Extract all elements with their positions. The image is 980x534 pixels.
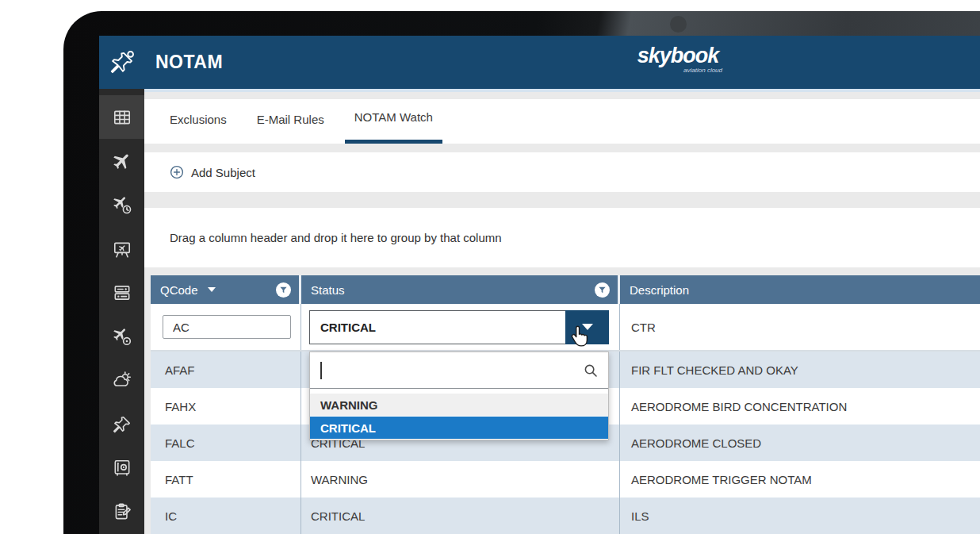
- app-header: NOTAM skybook aviation cloud: [99, 36, 980, 89]
- main-content: Exclusions E-Mail Rules NOTAM Watch Add …: [144, 89, 980, 534]
- dropdown-option-list: WARNING CRITICAL: [310, 394, 608, 439]
- logo-text: skybook: [622, 45, 733, 67]
- sort-desc-icon: [208, 287, 216, 292]
- sidebar-item-flights[interactable]: [99, 139, 144, 182]
- webcam-dot: [670, 16, 687, 33]
- grid-edit-row: CRITICAL CTR: [151, 304, 980, 352]
- qcode-cell: FAHX: [151, 388, 301, 425]
- qcode-input[interactable]: [163, 315, 291, 339]
- status-edit-cell: CRITICAL: [301, 304, 620, 350]
- add-subject-bar: Add Subject: [144, 152, 980, 192]
- push-pin-icon: [112, 414, 132, 435]
- airplane-status-icon: [112, 326, 132, 347]
- qcode-cell: AFAF: [151, 352, 301, 388]
- dropdown-search-input[interactable]: [310, 352, 608, 388]
- table-row[interactable]: IC CRITICAL ILS: [151, 498, 980, 534]
- status-dropdown-popup: WARNING CRITICAL: [309, 352, 609, 440]
- status-dropdown-value: CRITICAL: [310, 321, 376, 334]
- logo-tagline: aviation cloud: [622, 67, 733, 74]
- sidebar-item-vault[interactable]: [99, 446, 144, 490]
- description-cell: CTR: [620, 304, 980, 350]
- sidebar-item-weather[interactable]: [99, 359, 144, 402]
- weather-icon: [112, 370, 132, 390]
- sidebar-item-notam[interactable]: [99, 402, 144, 446]
- airplane-icon: [112, 151, 132, 171]
- description-cell: AERODROME BIRD CONCENTRATION: [620, 388, 980, 425]
- group-drop-area[interactable]: Drag a column header and drop it here to…: [144, 208, 980, 267]
- safe-icon: [112, 458, 132, 478]
- option-critical[interactable]: CRITICAL: [310, 417, 608, 439]
- tab-email-rules[interactable]: E-Mail Rules: [247, 99, 334, 144]
- status-cell: CRITICAL: [301, 498, 620, 534]
- list-rows-icon: [112, 282, 132, 303]
- text-caret: [320, 362, 322, 379]
- status-dropdown[interactable]: CRITICAL: [309, 310, 609, 344]
- description-cell: FIR FLT CHECKED AND OKAY: [620, 352, 980, 388]
- dropdown-search: [310, 352, 608, 389]
- skybook-logo: skybook aviation cloud: [622, 45, 733, 74]
- grid-header-row: QCode Status: [151, 275, 980, 304]
- app-window: NOTAM skybook aviation cloud: [99, 36, 980, 534]
- sidebar-nav: [99, 89, 144, 534]
- qcode-cell: FALC: [151, 425, 301, 461]
- clipboard-edit-icon: [112, 501, 132, 522]
- sidebar-item-flight-schedule[interactable]: [99, 183, 144, 227]
- table-row[interactable]: FATT WARNING AERODROME TRIGGER NOTAM: [151, 461, 980, 498]
- tab-exclusions[interactable]: Exclusions: [160, 99, 236, 144]
- column-label: Description: [630, 283, 689, 297]
- filter-icon[interactable]: [595, 282, 610, 298]
- header-accent-strip: [144, 89, 980, 92]
- page-background: NOTAM skybook aviation cloud: [0, 0, 980, 534]
- qcode-cell: FATT: [151, 461, 301, 498]
- qcode-edit-cell: [151, 304, 301, 350]
- option-warning[interactable]: WARNING: [310, 394, 608, 416]
- flight-board-icon: [112, 239, 132, 259]
- column-label: Status: [311, 283, 345, 297]
- pushpin-icon: [99, 49, 144, 76]
- chevron-down-icon: [582, 324, 593, 330]
- sidebar-item-grid[interactable]: [99, 95, 144, 139]
- column-header-status[interactable]: Status: [301, 275, 620, 304]
- sidebar-item-records[interactable]: [99, 271, 144, 314]
- group-hint-text: Drag a column header and drop it here to…: [170, 231, 502, 244]
- sidebar-item-logs[interactable]: [99, 490, 144, 534]
- column-label: QCode: [160, 283, 198, 297]
- grid-icon: [112, 107, 132, 128]
- tab-notam-watch[interactable]: NOTAM Watch: [345, 99, 442, 144]
- sidebar-item-flight-status[interactable]: [99, 314, 144, 358]
- airplane-clock-icon: [112, 194, 132, 215]
- description-cell: AERODROME CLOSED: [620, 425, 980, 461]
- add-subject-label: Add Subject: [191, 166, 255, 179]
- sidebar-item-flight-board[interactable]: [99, 227, 144, 271]
- page-title: NOTAM: [155, 52, 223, 73]
- add-subject-button[interactable]: Add Subject: [170, 165, 255, 179]
- search-icon: [583, 363, 599, 382]
- plus-circle-icon: [170, 165, 184, 179]
- description-cell: AERODROME TRIGGER NOTAM: [620, 461, 980, 498]
- qcode-cell: IC: [151, 498, 301, 534]
- filter-icon[interactable]: [276, 282, 291, 298]
- description-cell: ILS: [620, 498, 980, 534]
- column-header-qcode[interactable]: QCode: [151, 275, 301, 304]
- dropdown-arrow-button[interactable]: [565, 310, 609, 344]
- column-header-description[interactable]: Description: [620, 275, 980, 304]
- tab-strip: Exclusions E-Mail Rules NOTAM Watch: [144, 99, 980, 144]
- status-cell: WARNING: [301, 461, 620, 498]
